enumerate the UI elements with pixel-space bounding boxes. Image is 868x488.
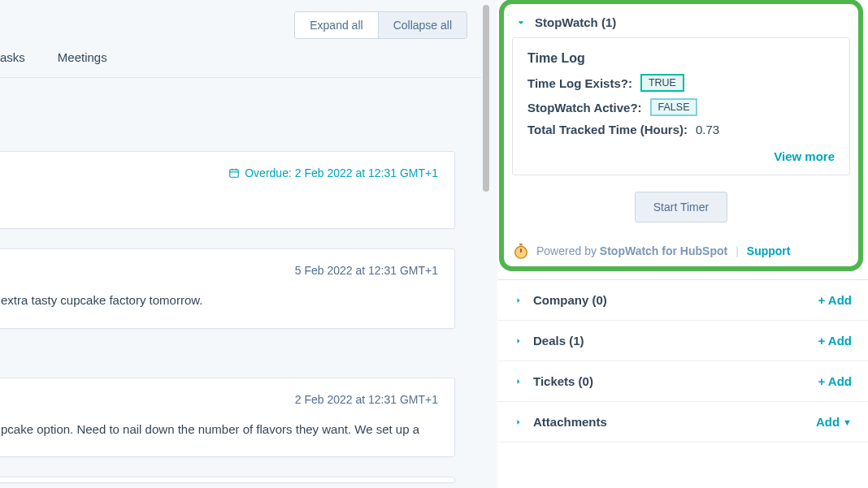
chevron-down-icon — [515, 17, 527, 28]
active-label: StopWatch Active?: — [527, 101, 642, 114]
acc-tickets[interactable]: Tickets (0) + Add — [497, 361, 868, 402]
collapse-all-button[interactable]: Collapse all — [378, 12, 467, 38]
acc-title: Tickets (0) — [533, 374, 593, 388]
timeline-card[interactable]: 2 Feb 2022 at 12:31 GMT+1 pcake option. … — [0, 378, 455, 458]
divider: | — [734, 244, 740, 257]
total-value: 0.73 — [696, 123, 719, 136]
support-link[interactable]: Support — [747, 244, 791, 257]
timeline-pane: Expand all Collapse all asks Meetings Ov… — [0, 0, 484, 488]
card-body: extra tasty cupcake factory tomorrow. — [1, 292, 438, 310]
svg-rect-0 — [230, 170, 239, 177]
stopwatch-icon — [512, 242, 530, 260]
stopwatch-panel: StopWatch (1) Time Log Time Log Exists?:… — [499, 0, 863, 271]
timeline-card-overdue[interactable]: Overdue: 2 Feb 2022 at 12:31 GMT+1 — [0, 151, 455, 229]
stopwatch-title: StopWatch (1) — [535, 15, 616, 29]
add-deal-button[interactable]: + Add — [818, 334, 852, 348]
exists-label: Time Log Exists?: — [527, 76, 632, 90]
powered-text: Powered by StopWatch for HubSpot — [536, 244, 727, 257]
card-date: 2 Feb 2022 at 12:31 GMT+1 — [1, 393, 438, 406]
card-body: pcake option. Need to nail down the numb… — [1, 421, 438, 439]
add-company-button[interactable]: + Add — [818, 293, 852, 307]
tabs: asks Meetings — [0, 47, 484, 78]
acc-attachments[interactable]: Attachments Add ▼ — [497, 402, 868, 443]
acc-title: Attachments — [533, 415, 607, 429]
chevron-right-icon — [514, 336, 523, 346]
total-label: Total Tracked Time (Hours): — [527, 123, 688, 136]
time-log-card: Time Log Time Log Exists?: TRUE StopWatc… — [512, 37, 850, 175]
timeline-card-peek — [0, 477, 455, 483]
scrollbar-thumb[interactable] — [483, 5, 489, 192]
top-controls: Expand all Collapse all — [0, 0, 484, 47]
overdue-label: Overdue: 2 Feb 2022 at 12:31 GMT+1 — [245, 166, 438, 179]
caret-down-icon: ▼ — [843, 417, 852, 427]
start-timer-wrap: Start Timer — [512, 192, 850, 222]
scrollbar[interactable] — [481, 0, 491, 488]
acc-company[interactable]: Company (0) + Add — [497, 280, 868, 321]
sidebar-accordion: Company (0) + Add Deals (1) + Add Ticket… — [497, 279, 868, 443]
time-log-exists-row: Time Log Exists?: TRUE — [527, 74, 835, 92]
expand-collapse-group: Expand all Collapse all — [294, 11, 467, 39]
stopwatch-active-row: StopWatch Active?: FALSE — [527, 98, 835, 116]
svg-rect-5 — [519, 244, 523, 246]
card-meta-overdue: Overdue: 2 Feb 2022 at 12:31 GMT+1 — [1, 166, 438, 179]
time-log-title: Time Log — [527, 51, 835, 66]
tab-tasks[interactable]: asks — [0, 50, 25, 66]
stopwatch-header[interactable]: StopWatch (1) — [512, 9, 850, 37]
add-attachment-button[interactable]: Add ▼ — [816, 415, 852, 429]
calendar-icon — [228, 167, 240, 179]
start-timer-button[interactable]: Start Timer — [635, 192, 727, 222]
chevron-right-icon — [514, 377, 523, 387]
exists-value-chip: TRUE — [640, 74, 684, 92]
acc-deals[interactable]: Deals (1) + Add — [497, 321, 868, 361]
chevron-right-icon — [514, 417, 523, 427]
card-date: 5 Feb 2022 at 12:31 GMT+1 — [1, 264, 438, 277]
chevron-right-icon — [514, 296, 523, 305]
expand-all-button[interactable]: Expand all — [295, 12, 377, 38]
acc-title: Company (0) — [533, 293, 607, 307]
tab-meetings[interactable]: Meetings — [58, 50, 107, 66]
view-more-link[interactable]: View more — [527, 149, 835, 163]
add-ticket-button[interactable]: + Add — [818, 374, 852, 388]
timeline-card[interactable]: 5 Feb 2022 at 12:31 GMT+1 extra tasty cu… — [0, 248, 455, 329]
active-value-chip: FALSE — [650, 98, 698, 116]
acc-title: Deals (1) — [533, 334, 584, 348]
sidebar: StopWatch (1) Time Log Time Log Exists?:… — [497, 0, 868, 488]
powered-by: Powered by StopWatch for HubSpot | Suppo… — [512, 242, 850, 260]
total-time-row: Total Tracked Time (Hours): 0.73 — [527, 123, 835, 136]
